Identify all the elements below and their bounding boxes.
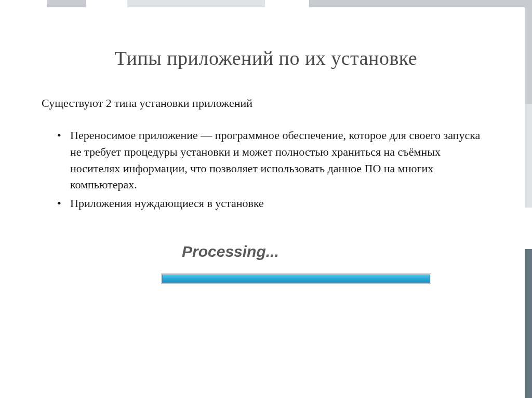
border-segment bbox=[265, 0, 309, 7]
right-decorative-border bbox=[525, 0, 532, 398]
bullet-item: Переносимое приложение — программное обе… bbox=[57, 127, 490, 194]
border-segment bbox=[525, 104, 532, 208]
slide-content: Типы приложений по их установке Существу… bbox=[0, 0, 532, 305]
slide-title: Типы приложений по их установке bbox=[42, 47, 490, 70]
progress-bar bbox=[161, 273, 431, 284]
bullet-item: Приложения нуждающиеся в установке bbox=[57, 195, 490, 212]
border-segment bbox=[127, 0, 265, 7]
border-segment bbox=[86, 0, 127, 7]
border-segment bbox=[0, 0, 47, 7]
border-segment bbox=[47, 0, 86, 7]
bullet-list: Переносимое приложение — программное обе… bbox=[42, 127, 490, 212]
progress-fill bbox=[162, 275, 430, 283]
border-segment bbox=[525, 249, 532, 398]
intro-text: Существуют 2 типа установки приложений bbox=[42, 95, 490, 112]
border-segment bbox=[309, 0, 532, 7]
processing-block: Processing... bbox=[161, 243, 431, 284]
border-segment bbox=[525, 208, 532, 249]
processing-label: Processing... bbox=[161, 243, 431, 260]
top-decorative-border bbox=[0, 0, 532, 7]
border-segment bbox=[525, 0, 532, 104]
